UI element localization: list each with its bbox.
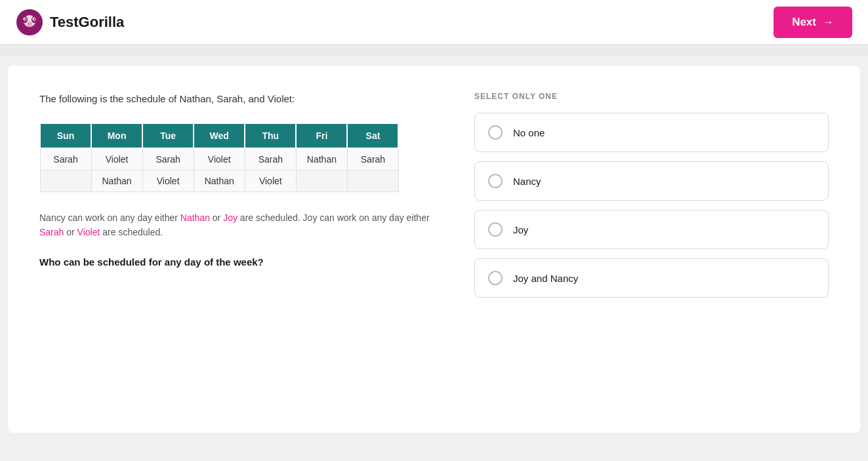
cell-fri-r1: Nathan [296, 148, 347, 170]
next-arrow-icon: → [823, 16, 834, 29]
cell-mon-r2: Nathan [91, 170, 142, 191]
question-text: Who can be scheduled for any day of the … [39, 255, 435, 270]
problem-intro: The following is the schedule of Nathan,… [39, 92, 435, 107]
schedule-header-row: Sun Mon Tue Wed Thu Fri Sat [40, 123, 398, 148]
radio-no-one [488, 125, 503, 140]
option-nancy-label: Nancy [513, 176, 541, 187]
schedule-row-2: Nathan Violet Nathan Violet [40, 170, 398, 191]
cell-thu-r2: Violet [245, 170, 296, 191]
logo-text: TestGorilla [50, 14, 124, 31]
left-column: The following is the schedule of Nathan,… [39, 92, 435, 407]
radio-joy-and-nancy [488, 271, 503, 285]
day-mon: Mon [91, 123, 142, 148]
testgorilla-logo-icon [16, 9, 43, 36]
cell-sat-r1: Sarah [347, 148, 398, 170]
logo-area: TestGorilla [16, 9, 124, 36]
cell-thu-r1: Sarah [245, 148, 296, 170]
subheader-bar [0, 45, 868, 56]
option-joy-and-nancy-label: Joy and Nancy [513, 273, 578, 284]
app-header: TestGorilla Next → [0, 0, 868, 45]
option-joy[interactable]: Joy [474, 210, 829, 249]
cell-sun-r1: Sarah [40, 148, 91, 170]
next-button[interactable]: Next → [774, 7, 852, 38]
svg-point-11 [30, 22, 31, 24]
cell-sat-r2 [347, 170, 398, 191]
cell-wed-r1: Violet [194, 148, 245, 170]
cell-wed-r2: Nathan [194, 170, 245, 191]
svg-point-8 [33, 18, 35, 19]
day-sun: Sun [40, 123, 91, 148]
radio-nancy [488, 174, 503, 188]
main-card: The following is the schedule of Nathan,… [8, 66, 860, 433]
select-only-one-label: SELECT ONLY ONE [474, 92, 829, 101]
option-nancy[interactable]: Nancy [474, 161, 829, 201]
schedule-table: Sun Mon Tue Wed Thu Fri Sat Sarah Violet… [39, 123, 399, 192]
option-no-one-label: No one [513, 127, 545, 138]
right-column: SELECT ONLY ONE No one Nancy Joy Joy and… [474, 92, 829, 407]
option-joy-label: Joy [513, 224, 528, 235]
option-joy-and-nancy[interactable]: Joy and Nancy [474, 258, 829, 298]
day-thu: Thu [245, 123, 296, 148]
options-list: No one Nancy Joy Joy and Nancy [474, 113, 829, 298]
highlight-joy: Joy [223, 212, 238, 223]
day-tue: Tue [142, 123, 194, 148]
hint-text: Nancy can work on any day either Nathan … [39, 210, 435, 240]
highlight-nathan: Nathan [180, 212, 210, 223]
highlight-violet: Violet [77, 227, 100, 237]
option-no-one[interactable]: No one [474, 113, 829, 152]
cell-sun-r2 [40, 170, 91, 191]
radio-joy [488, 222, 503, 237]
day-wed: Wed [194, 123, 245, 148]
day-fri: Fri [296, 123, 347, 148]
day-sat: Sat [347, 123, 398, 148]
cell-fri-r2 [296, 170, 347, 191]
cell-mon-r1: Violet [91, 148, 142, 170]
cell-tue-r2: Violet [142, 170, 194, 191]
schedule-row-1: Sarah Violet Sarah Violet Sarah Nathan S… [40, 148, 398, 170]
svg-point-7 [24, 18, 26, 19]
svg-point-10 [28, 22, 30, 24]
highlight-sarah: Sarah [39, 227, 64, 237]
cell-tue-r1: Sarah [142, 148, 194, 170]
next-button-label: Next [792, 16, 816, 29]
